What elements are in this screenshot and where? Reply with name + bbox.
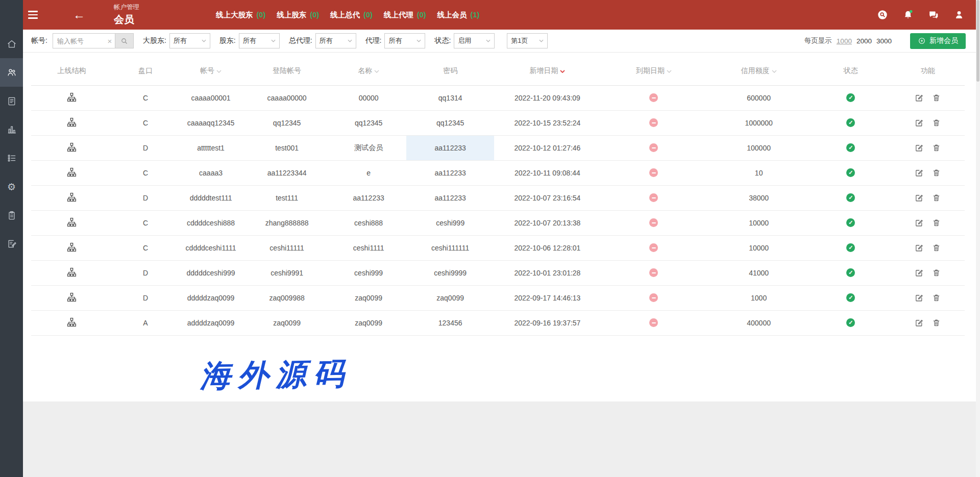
edit-icon[interactable] [915, 268, 923, 277]
sidebar-item-settings[interactable]: ⚙ [0, 172, 23, 201]
actions-cell [891, 285, 965, 310]
sitemap-icon[interactable] [66, 142, 77, 153]
grand-shareholder-select[interactable]: 所有 [169, 33, 210, 48]
nav-count: (1) [471, 11, 480, 19]
nav-online-agent[interactable]: 线上代理 (0) [384, 10, 426, 20]
sidebar-item-tasks[interactable] [0, 144, 23, 172]
account-cell: caaaa00001 [179, 85, 243, 110]
sitemap-icon[interactable] [66, 242, 77, 253]
filter-status: 状态: 启用 [434, 33, 495, 48]
nav-online-member[interactable]: 线上会员 (1) [437, 10, 480, 20]
delete-icon[interactable] [932, 193, 941, 202]
edit-icon[interactable] [915, 318, 923, 327]
hamburger-menu-icon[interactable] [28, 8, 41, 21]
expiry-cell [601, 160, 707, 185]
column-header[interactable]: 信用额度 [707, 53, 811, 85]
sidebar-item-home[interactable] [0, 30, 23, 58]
login-cell: test111 [243, 185, 331, 210]
chevron-down-icon [202, 39, 206, 42]
column-header[interactable]: 帐号 [179, 53, 243, 85]
sitemap-icon[interactable] [66, 317, 77, 328]
back-arrow-icon[interactable]: ← [73, 9, 85, 21]
status-enabled-icon: ✓ [846, 193, 855, 202]
name-cell: zaq0099 [331, 310, 406, 335]
user-icon[interactable] [953, 9, 965, 20]
edit-icon[interactable] [915, 168, 923, 177]
delete-icon[interactable] [932, 143, 941, 152]
actions-cell [891, 85, 965, 110]
chevron-down-icon [539, 39, 544, 42]
status-select[interactable]: 启用 [454, 33, 495, 48]
nav-online-grand-shareholder[interactable]: 线上大股东 (0) [216, 10, 265, 20]
sidebar-item-members[interactable] [0, 58, 23, 87]
plate-cell: D [112, 285, 179, 310]
column-header[interactable]: 到期日期 [601, 53, 707, 85]
delete-icon[interactable] [932, 168, 941, 177]
table-row: C caaaa00001 caaaa00000 00000 qq1314 202… [31, 85, 965, 110]
title-block: 帐户管理 会员 [114, 3, 139, 27]
created-cell: 2022-10-06 12:28:01 [494, 235, 601, 260]
delete-icon[interactable] [932, 118, 941, 127]
nav-online-general-agent[interactable]: 线上总代 (0) [330, 10, 373, 20]
delete-icon[interactable] [932, 243, 941, 252]
login-cell: test001 [243, 135, 331, 160]
delete-icon[interactable] [932, 218, 941, 227]
password-cell: qq12345 [406, 110, 494, 135]
table-row: C cddddceshi888 zhang888888 ceshi888 ces… [31, 210, 965, 235]
column-header[interactable]: 名称 [331, 53, 406, 85]
nav-count: (0) [257, 11, 266, 19]
per-page-option-3000[interactable]: 3000 [876, 37, 892, 45]
clipboard-icon [7, 210, 17, 220]
credit-cell: 10000 [707, 210, 811, 235]
edit-icon[interactable] [915, 93, 923, 102]
page-select[interactable]: 第1页 [507, 33, 548, 48]
sitemap-icon[interactable] [66, 192, 77, 203]
account-cell: atttttest1 [179, 135, 243, 160]
sitemap-icon[interactable] [66, 117, 77, 128]
footer-strip [23, 401, 980, 477]
delete-icon[interactable] [932, 293, 941, 302]
sidebar-item-report[interactable] [0, 87, 23, 115]
sitemap-icon[interactable] [66, 292, 77, 303]
sitemap-icon[interactable] [66, 92, 77, 103]
column-header[interactable]: 新增日期 [494, 53, 601, 85]
per-page-option-1000[interactable]: 1000 [837, 37, 852, 45]
magnifier-icon [120, 37, 128, 45]
home-icon [7, 39, 17, 49]
credit-cell: 400000 [707, 310, 811, 335]
general-agent-select[interactable]: 所有 [315, 33, 356, 48]
add-member-button[interactable]: 新增会员 [910, 33, 966, 49]
per-page-option-2000[interactable]: 2000 [856, 37, 872, 45]
scrollbar-thumb[interactable] [976, 0, 979, 82]
search-badge-icon[interactable] [877, 9, 888, 20]
delete-icon[interactable] [932, 318, 941, 327]
edit-icon[interactable] [915, 243, 923, 252]
delete-icon[interactable] [932, 93, 941, 102]
sitemap-icon[interactable] [66, 167, 77, 178]
edit-icon[interactable] [915, 218, 923, 227]
agent-select[interactable]: 所有 [384, 33, 425, 48]
edit-icon[interactable] [915, 143, 923, 152]
nav-online-shareholder[interactable]: 线上股东 (0) [277, 10, 319, 20]
plate-cell: C [112, 110, 179, 135]
edit-icon[interactable] [915, 293, 923, 302]
sidebar-item-clipboard[interactable] [0, 201, 23, 230]
header-nav: 线上大股东 (0) 线上股东 (0) 线上总代 (0) 线上代理 (0) 线上会… [216, 0, 479, 30]
login-cell: zhang888888 [243, 210, 331, 235]
notifications-bell-icon[interactable] [902, 9, 914, 20]
sitemap-icon[interactable] [66, 217, 77, 228]
delete-icon[interactable] [932, 268, 941, 277]
name-cell: ceshi999 [331, 260, 406, 285]
sitemap-icon[interactable] [66, 267, 77, 278]
no-expiry-icon [649, 218, 658, 227]
filter-shareholder: 股东: 所有 [219, 33, 280, 48]
messages-icon[interactable] [928, 9, 939, 20]
sidebar-item-notes[interactable] [0, 230, 23, 258]
sidebar-item-chart[interactable] [0, 115, 23, 144]
actions-cell [891, 260, 965, 285]
shareholder-select[interactable]: 所有 [239, 33, 280, 48]
clear-input-icon[interactable]: × [105, 33, 115, 48]
search-button[interactable] [115, 33, 134, 48]
edit-icon[interactable] [915, 193, 923, 202]
edit-icon[interactable] [915, 118, 923, 127]
